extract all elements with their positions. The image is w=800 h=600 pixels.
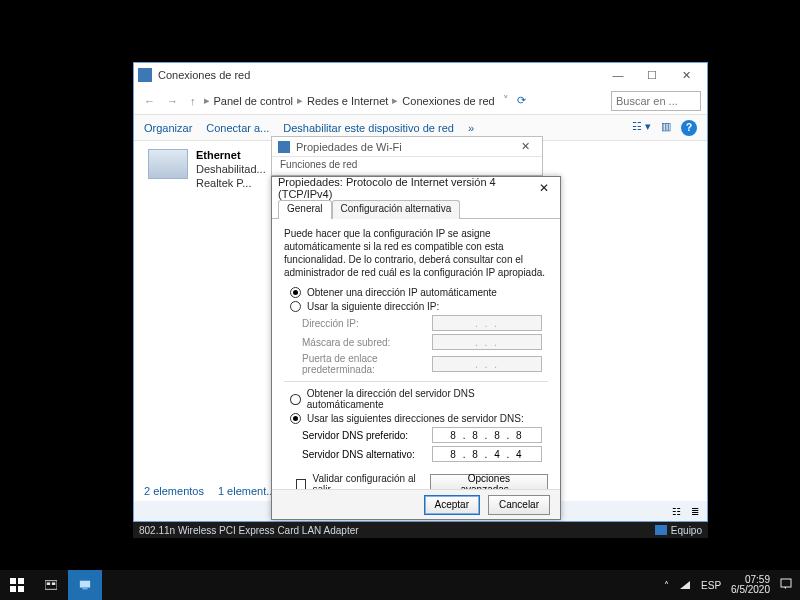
input-gateway: . . . — [432, 356, 542, 372]
ipv4-properties-dialog: Propiedades: Protocolo de Internet versi… — [271, 176, 561, 520]
tab-general[interactable]: General — [278, 200, 332, 219]
adapter-icon — [148, 149, 188, 179]
dlg-tabs: General Configuración alternativa — [272, 199, 560, 219]
lbl-gw: Puerta de enlace predeterminada: — [302, 353, 432, 375]
wifi-close-button[interactable]: ✕ — [514, 140, 536, 153]
adapter-device: Realtek P... — [196, 177, 266, 191]
svg-rect-9 — [781, 579, 791, 587]
cancel-button[interactable]: Cancelar — [488, 495, 550, 515]
svg-rect-8 — [82, 588, 87, 589]
crumb-1[interactable]: Redes e Internet — [307, 95, 388, 107]
tray-clock[interactable]: 07:59 6/5/2020 — [731, 575, 770, 596]
ok-button[interactable]: Aceptar — [424, 495, 480, 515]
toolbar-organize[interactable]: Organizar — [144, 122, 192, 134]
dlg-title-text: Propiedades: Protocolo de Internet versi… — [278, 176, 534, 200]
start-button[interactable] — [0, 570, 34, 600]
adapter-name: Ethernet — [196, 149, 241, 161]
wifi-title: Propiedades de Wi-Fi — [296, 141, 402, 153]
tray-lang[interactable]: ESP — [701, 580, 721, 591]
radio-dns-manual[interactable]: Usar las siguientes direcciones de servi… — [290, 413, 548, 424]
nav-up-icon[interactable]: ↑ — [186, 95, 200, 107]
radio-dns-auto[interactable]: Obtener la dirección del servidor DNS au… — [290, 388, 548, 410]
radio-ip-auto[interactable]: Obtener una dirección IP automáticamente — [290, 287, 548, 298]
equipo-icon — [655, 525, 667, 535]
svg-rect-5 — [47, 582, 50, 585]
toolbar-disable[interactable]: Deshabilitar este dispositivo de red — [283, 122, 454, 134]
radio-icon — [290, 413, 301, 424]
view-icon[interactable]: ☷ ▾ — [632, 120, 651, 136]
dlg-titlebar[interactable]: Propiedades: Protocolo de Internet versi… — [272, 177, 560, 199]
lbl-mask: Máscara de subred: — [302, 337, 432, 348]
tray-chevron-icon[interactable]: ˄ — [664, 580, 669, 591]
equipo-label: Equipo — [671, 525, 702, 536]
search-input[interactable] — [611, 91, 701, 111]
view-details-icon[interactable]: ≣ — [691, 506, 699, 517]
dlg-close-button[interactable]: ✕ — [534, 181, 554, 195]
svg-rect-6 — [52, 582, 55, 585]
adapter-status: Deshabilitad... — [196, 163, 266, 177]
help-icon[interactable]: ? — [681, 120, 697, 136]
wifi-properties-window: Propiedades de Wi-Fi ✕ Funciones de red — [271, 136, 543, 176]
radio-icon — [290, 287, 301, 298]
radio-icon — [290, 301, 301, 312]
lbl-dns-alt: Servidor DNS alternativo: — [302, 449, 432, 460]
cp-titlebar[interactable]: Conexiones de red — ☐ ✕ — [134, 63, 707, 87]
svg-rect-3 — [18, 586, 24, 592]
input-mask: . . . — [432, 334, 542, 350]
device-name-text: 802.11n Wireless PCI Express Card LAN Ad… — [139, 525, 359, 536]
lbl-dns-pref: Servidor DNS preferido: — [302, 430, 432, 441]
crumb-0[interactable]: Panel de control — [214, 95, 294, 107]
taskbar-app-network[interactable] — [68, 570, 102, 600]
wifi-subtitle: Funciones de red — [272, 157, 542, 172]
radio-icon — [290, 394, 301, 405]
dlg-button-row: Aceptar Cancelar — [272, 489, 560, 519]
svg-rect-7 — [80, 581, 90, 588]
svg-rect-2 — [10, 586, 16, 592]
input-dns-alternate[interactable]: 8 . 8 . 4 . 4 — [432, 446, 542, 462]
svg-rect-1 — [18, 578, 24, 584]
checkbox-icon — [296, 479, 306, 490]
taskview-button[interactable] — [34, 570, 68, 600]
tab-alt-config[interactable]: Configuración alternativa — [332, 200, 461, 219]
dlg-description: Puede hacer que la configuración IP se a… — [284, 227, 548, 279]
view-large-icon[interactable]: ☷ — [672, 506, 681, 517]
crumb-2[interactable]: Conexiones de red — [402, 95, 494, 107]
input-dns-preferred[interactable]: 8 . 8 . 8 . 8 — [432, 427, 542, 443]
radio-ip-manual[interactable]: Usar la siguiente dirección IP: — [290, 301, 548, 312]
status-count: 2 elementos — [144, 485, 204, 497]
status-selected: 1 element... — [218, 485, 275, 497]
nav-fwd-icon[interactable]: → — [163, 95, 182, 107]
close-button[interactable]: ✕ — [669, 64, 703, 86]
pane-icon[interactable]: ▥ — [661, 120, 671, 136]
wifi-window-icon — [278, 141, 290, 153]
tray-date: 6/5/2020 — [731, 585, 770, 596]
minimize-button[interactable]: — — [601, 64, 635, 86]
tray-notifications-icon[interactable] — [780, 578, 792, 592]
nav-back-icon[interactable]: ← — [140, 95, 159, 107]
window-icon — [138, 68, 152, 82]
refresh-icon[interactable]: ⟳ — [513, 94, 530, 107]
lbl-ip: Dirección IP: — [302, 318, 432, 329]
device-name-strip: 802.11n Wireless PCI Express Card LAN Ad… — [133, 522, 708, 538]
tray-network-icon[interactable] — [679, 578, 691, 592]
taskbar: ˄ ESP 07:59 6/5/2020 — [0, 570, 800, 600]
toolbar-more[interactable]: » — [468, 122, 474, 134]
svg-rect-0 — [10, 578, 16, 584]
maximize-button[interactable]: ☐ — [635, 64, 669, 86]
breadcrumb-bar: ← → ↑ ▸ Panel de control ▸ Redes e Inter… — [134, 87, 707, 115]
window-title: Conexiones de red — [158, 69, 250, 81]
toolbar-connect[interactable]: Conectar a... — [206, 122, 269, 134]
input-ip: . . . — [432, 315, 542, 331]
